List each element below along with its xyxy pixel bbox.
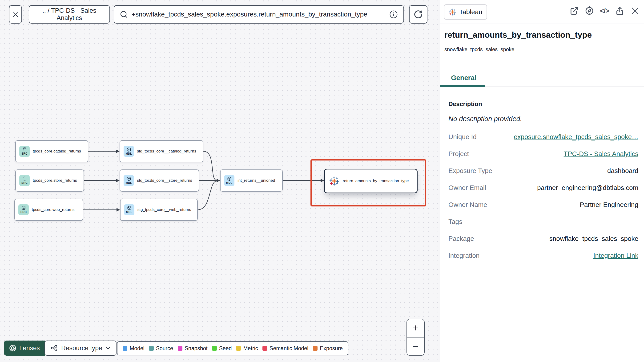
node-label: tpcds_core.catalog_returns xyxy=(33,149,81,154)
graph-node-model-int-returns-unioned[interactable]: MDL int_returns__unioned xyxy=(220,169,283,192)
tab-general[interactable]: General xyxy=(451,74,476,82)
badge-label: SRC xyxy=(22,181,28,185)
integration-badge-label: Tableau xyxy=(459,8,482,16)
search-bar[interactable] xyxy=(114,5,404,24)
model-badge: MDL xyxy=(224,175,234,186)
metadata-fields: Unique Id exposure.snowflake_tpcds_sales… xyxy=(448,128,638,264)
legend-swatch xyxy=(149,346,154,351)
badge-label: MDL xyxy=(126,152,132,155)
legend-item-seed: Seed xyxy=(212,345,232,352)
breadcrumb-label: .. / TPC-DS - Sales Analytics xyxy=(29,7,110,22)
explore-button[interactable] xyxy=(585,6,594,15)
zoom-out-button[interactable]: − xyxy=(407,337,424,355)
cube-icon xyxy=(227,176,232,181)
node-label: return_amounts_by_transaction_type xyxy=(343,179,409,183)
lenses-button[interactable]: Lenses xyxy=(4,340,45,356)
database-icon xyxy=(22,176,27,181)
lenses-label: Lenses xyxy=(19,344,40,352)
graph-node-source-store-returns[interactable]: SRC tpcds_core.store_returns xyxy=(15,169,84,192)
graph-node-source-web-returns[interactable]: SRC tpcds_core.web_returns xyxy=(14,199,83,221)
legend-item-semantic-model: Semantic Model xyxy=(262,345,308,352)
share-icon xyxy=(615,6,624,15)
field-row-unique-id: Unique Id exposure.snowflake_tpcds_sales… xyxy=(448,128,638,145)
search-input[interactable] xyxy=(132,11,386,18)
share-button[interactable] xyxy=(615,6,624,15)
legend-swatch xyxy=(313,346,318,351)
active-tab-indicator xyxy=(440,85,485,87)
node-label: stg_tpcds_core__web_returns xyxy=(138,207,191,212)
graph-node-exposure-selected[interactable]: return_amounts_by_transaction_type xyxy=(324,169,418,193)
open-external-button[interactable] xyxy=(570,6,579,15)
model-badge: MDL xyxy=(124,146,134,157)
legend-swatch xyxy=(262,346,267,351)
tableau-logo-icon xyxy=(329,176,339,186)
panel-header-divider xyxy=(440,24,644,24)
model-badge: MDL xyxy=(124,175,134,186)
owner-name-value: Partner Engineering xyxy=(580,201,638,209)
field-row-owner-email: Owner Email partner_engineering@dbtlabs.… xyxy=(448,179,638,196)
field-row-project: Project TPC-DS - Sales Analytics xyxy=(448,145,638,162)
badge-label: SRC xyxy=(22,152,28,155)
lenses-control-group: Lenses Resource type xyxy=(4,340,116,356)
info-icon[interactable] xyxy=(389,10,398,19)
cube-icon xyxy=(127,147,131,152)
package-value: snowflake_tpcds_sales_spoke xyxy=(550,235,638,243)
node-label: tpcds_core.web_returns xyxy=(32,207,74,212)
graph-node-model-stg-store-returns[interactable]: MDL stg_tpcds_core__store_returns xyxy=(120,169,199,192)
close-lineage-button[interactable] xyxy=(9,5,22,24)
graph-node-model-stg-catalog-returns[interactable]: MDL stg_tpcds_core__catalog_returns xyxy=(120,140,203,162)
package-subtitle: snowflake_tpcds_sales_spoke xyxy=(444,46,514,53)
legend-item-exposure: Exposure xyxy=(313,345,343,352)
graph-node-model-stg-web-returns[interactable]: MDL stg_tpcds_core__web_returns xyxy=(120,199,198,221)
model-badge: MDL xyxy=(124,204,134,215)
legend-item-model: Model xyxy=(123,345,144,352)
legend-swatch xyxy=(178,346,182,351)
legend-swatch xyxy=(236,346,241,351)
field-row-package: Package snowflake_tpcds_sales_spoke xyxy=(448,230,638,247)
database-icon xyxy=(22,147,27,152)
source-badge: SRC xyxy=(19,146,30,157)
resource-type-dropdown[interactable]: Resource type xyxy=(44,340,116,356)
resource-type-legend: Model Source Snapshot Seed Metric Semant… xyxy=(117,341,348,355)
legend-swatch xyxy=(212,346,217,351)
aperture-icon xyxy=(9,344,16,352)
badge-label: MDL xyxy=(126,181,132,185)
legend-item-source: Source xyxy=(149,345,173,352)
node-label: stg_tpcds_core__catalog_returns xyxy=(137,149,196,154)
description-text: No description provided. xyxy=(448,115,522,123)
owner-email-value: partner_engineering@dbtlabs.com xyxy=(537,184,638,192)
database-icon xyxy=(22,206,26,210)
close-panel-button[interactable] xyxy=(630,6,640,16)
view-code-button[interactable]: </> xyxy=(600,7,609,15)
node-label: stg_tpcds_core__store_returns xyxy=(137,178,192,183)
search-icon xyxy=(120,10,128,18)
integration-link[interactable]: Integration Link xyxy=(594,252,638,259)
description-heading: Description xyxy=(448,100,482,108)
unique-id-link[interactable]: exposure.snowflake_tpcds_sales_spoke… xyxy=(514,133,638,141)
lineage-canvas[interactable]: SRC tpcds_core.catalog_returns SRC tpcds… xyxy=(0,0,440,362)
zoom-in-button[interactable]: + xyxy=(407,319,424,337)
node-label: int_returns__unioned xyxy=(238,178,275,183)
cube-icon xyxy=(127,176,131,181)
external-link-icon xyxy=(570,6,579,15)
legend-item-metric: Metric xyxy=(236,345,258,352)
exposure-type-value: dashboard xyxy=(607,167,638,175)
breadcrumb[interactable]: .. / TPC-DS - Sales Analytics xyxy=(29,5,110,24)
chevron-down-icon xyxy=(106,347,110,350)
badge-label: SRC xyxy=(20,211,26,214)
zoom-controls: + − xyxy=(406,319,425,356)
graph-node-source-catalog-returns[interactable]: SRC tpcds_core.catalog_returns xyxy=(15,140,88,162)
resource-type-label: Resource type xyxy=(61,344,102,352)
project-link[interactable]: TPC-DS - Sales Analytics xyxy=(564,150,638,158)
field-row-owner-name: Owner Name Partner Engineering xyxy=(448,196,638,213)
resource-type-icon xyxy=(50,344,58,352)
refresh-icon xyxy=(414,10,423,19)
panel-actions: </> xyxy=(570,6,640,16)
code-icon: </> xyxy=(600,7,609,15)
integration-badge: Tableau xyxy=(444,4,487,20)
refresh-button[interactable] xyxy=(409,5,428,24)
cube-icon xyxy=(127,206,132,210)
tableau-logo-icon xyxy=(449,8,456,16)
field-row-integration: Integration Integration Link xyxy=(448,247,638,264)
legend-swatch xyxy=(123,346,127,351)
